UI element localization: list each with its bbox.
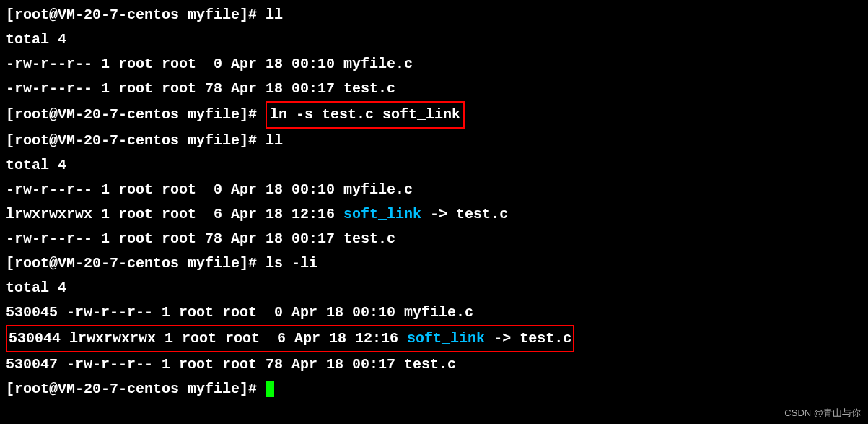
file-listing-row: -rw-r--r-- 1 root root 78 Apr 18 00:17 t… — [6, 227, 862, 251]
file-listing-row: 530044 lrwxrwxrwx 1 root root 6 Apr 18 1… — [6, 325, 862, 352]
symlink-target: -> test.c — [485, 330, 571, 347]
highlighted-row: 530044 lrwxrwxrwx 1 root root 6 Apr 18 1… — [6, 325, 574, 352]
file-listing-row: -rw-r--r-- 1 root root 0 Apr 18 00:10 my… — [6, 178, 862, 202]
watermark-text: CSDN @青山与你 — [784, 405, 861, 421]
terminal-line[interactable]: [root@VM-20-7-centos myfile]# — [6, 377, 862, 402]
cursor-block — [266, 381, 274, 397]
shell-prompt: [root@VM-20-7-centos myfile]# — [6, 255, 266, 272]
terminal-line: [root@VM-20-7-centos myfile]# ls -li — [6, 251, 862, 276]
file-attrs: lrwxrwxrwx 1 root root 6 Apr 18 12:16 — [6, 206, 343, 222]
terminal-line: [root@VM-20-7-centos myfile]# ln -s test… — [6, 101, 862, 129]
shell-prompt: [root@VM-20-7-centos myfile]# — [6, 381, 266, 397]
file-listing-row: -rw-r--r-- 1 root root 0 Apr 18 00:10 my… — [6, 52, 862, 77]
terminal-line: [root@VM-20-7-centos myfile]# ll — [6, 3, 862, 27]
command-text: ln -s test.c soft_link — [270, 106, 460, 123]
command-text: ll — [266, 7, 283, 23]
file-listing-row: 530045 -rw-r--r-- 1 root root 0 Apr 18 0… — [6, 300, 862, 325]
symlink-name: soft_link — [343, 206, 421, 222]
file-listing-row: 530047 -rw-r--r-- 1 root root 78 Apr 18 … — [6, 352, 862, 377]
file-attrs: 530044 lrwxrwxrwx 1 root root 6 Apr 18 1… — [9, 330, 407, 347]
shell-prompt: [root@VM-20-7-centos myfile]# — [6, 106, 266, 123]
highlighted-command: ln -s test.c soft_link — [266, 101, 465, 129]
shell-prompt: [root@VM-20-7-centos myfile]# — [6, 132, 266, 149]
shell-prompt: [root@VM-20-7-centos myfile]# — [6, 7, 266, 23]
symlink-target: -> test.c — [421, 206, 508, 222]
command-text: ls -li — [266, 255, 317, 272]
terminal-line: [root@VM-20-7-centos myfile]# ll — [6, 129, 862, 153]
output-total: total 4 — [6, 153, 862, 178]
file-listing-row: -rw-r--r-- 1 root root 78 Apr 18 00:17 t… — [6, 77, 862, 101]
output-total: total 4 — [6, 276, 862, 300]
command-text: ll — [266, 132, 283, 149]
symlink-name: soft_link — [407, 330, 485, 347]
file-listing-row: lrwxrwxrwx 1 root root 6 Apr 18 12:16 so… — [6, 202, 862, 227]
output-total: total 4 — [6, 27, 862, 52]
